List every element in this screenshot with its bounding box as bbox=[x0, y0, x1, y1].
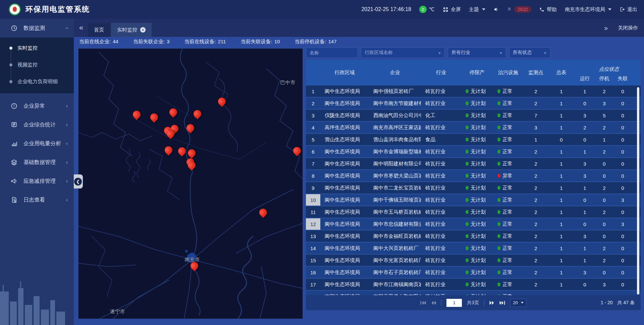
panel-collapse-button[interactable]: ❮ bbox=[74, 174, 83, 188]
table-row[interactable]: 10 阆中生态环境局 阆中千佛镇五郎垭页岩 砖瓦行业 无计划 正常 2 1 0 … bbox=[306, 194, 641, 206]
page-size-select[interactable]: 20 bbox=[510, 299, 526, 307]
table-row[interactable]: 11 阆中生态环境局 阆中市五马桥页岩机砖 砖瓦行业 无计划 正常 2 1 1 … bbox=[306, 206, 641, 218]
org-dropdown[interactable]: 南充市生态环境局 bbox=[565, 6, 611, 13]
fullscreen-button[interactable]: 全屏 bbox=[443, 6, 461, 13]
cell-run: 1 bbox=[574, 258, 595, 263]
table-row[interactable]: 12 阆中生态环境局 阆中市忠信建材有限公 砖瓦行业 无计划 正常 2 1 0 … bbox=[306, 218, 641, 230]
map-pin[interactable] bbox=[186, 148, 197, 159]
table-row[interactable]: 13 阆中生态环境局 阆中市金福旺页岩机砖 砖瓦行业 无计划 正常 2 1 3 … bbox=[306, 230, 641, 242]
sidebar-item-data-monitoring[interactable]: 数据监测 ‹ bbox=[0, 19, 74, 38]
name-filter[interactable] bbox=[306, 47, 358, 58]
app-header: 环保用电监管系统 2021-02-25 17:46:18 0 ℃ 全屏 主题 2… bbox=[0, 0, 644, 19]
cell-limit: 无计划 bbox=[471, 269, 486, 275]
cell-company: 阆中市江南镇阆南页岩 bbox=[369, 281, 421, 288]
pager-first-icon[interactable] bbox=[420, 301, 426, 305]
table-row[interactable]: 8 阆中生态环境局 阆中市枣碧大梁山页岩 砖瓦行业 无计划 异常 2 1 3 0… bbox=[306, 170, 641, 182]
col-meters: 总表 bbox=[548, 69, 574, 76]
table-row[interactable]: 16 阆中生态环境局 阆中市石子页岩机砖厂 砖瓦行业 无计划 正常 2 1 3 … bbox=[306, 267, 641, 279]
cell-stop: 2 bbox=[595, 89, 613, 94]
cell-region: 营山生态环境局 bbox=[320, 137, 369, 143]
theme-dropdown[interactable]: 主题 bbox=[469, 6, 485, 13]
row-number: 10 bbox=[310, 197, 316, 203]
industry-select[interactable]: 所有行业 ∨ bbox=[448, 47, 506, 58]
limit-status-dot bbox=[466, 258, 469, 262]
sidebar-item-power-analysis[interactable]: 企业用电量分析 ‹ bbox=[0, 134, 74, 153]
page-number-input[interactable]: 1 bbox=[446, 299, 462, 307]
limit-status-dot bbox=[466, 150, 469, 154]
sidebar-item-enterprise-statistics[interactable]: 企业综合统计 ‹ bbox=[0, 115, 74, 134]
table-row[interactable]: 17 阆中生态环境局 阆中市江南镇阆南页岩 砖瓦行业 无计划 正常 2 1 0 … bbox=[306, 279, 641, 291]
tab-home[interactable]: 首页 bbox=[88, 23, 110, 37]
cell-company: 阆中市忠信建材有限公 bbox=[369, 221, 421, 227]
sidebar-item-realtime-monitor[interactable]: 实时监控 bbox=[0, 40, 74, 56]
map-pin[interactable] bbox=[192, 108, 203, 119]
table-row[interactable]: 3 仪陇生态环境局 西南油气田分公司川中 化工 无计划 正常 7 1 3 5 0 bbox=[306, 110, 641, 122]
chevron-down-icon: ∨ bbox=[543, 51, 547, 55]
bullet-dot-icon bbox=[9, 63, 12, 66]
alert-icon bbox=[10, 103, 18, 109]
table-row[interactable]: 9 阆中生态环境局 阆中市二龙长宝页岩砖 砖瓦行业 无计划 正常 2 1 1 2… bbox=[306, 182, 641, 194]
log-icon bbox=[10, 197, 18, 203]
name-input[interactable] bbox=[310, 50, 354, 55]
cell-limit: 无计划 bbox=[471, 197, 486, 203]
table-row[interactable]: 18 南部生态环境局 南部县双佛土陶有限公 建材加工 无计划 正常 6 0 0 … bbox=[306, 291, 641, 295]
row-number: 9 bbox=[312, 185, 314, 191]
tab-realtime-monitor[interactable]: 实时监控 ✕ bbox=[111, 23, 152, 37]
sidebar-item-log-view[interactable]: 日志查看 ‹ bbox=[0, 191, 74, 209]
map-pin[interactable] bbox=[176, 146, 187, 157]
sidebar-item-basic-data[interactable]: 基础数据管理 ‹ bbox=[0, 153, 74, 172]
sidebar-item-video-monitor[interactable]: 视频监控 bbox=[0, 56, 74, 73]
map-pin[interactable] bbox=[149, 112, 160, 123]
table-row[interactable]: 5 营山生态环境局 营山县润丰肉食品有限 食品 无计划 正常 1 0 0 1 0 bbox=[306, 134, 641, 146]
close-operations-button[interactable]: 关闭操作 bbox=[618, 25, 638, 31]
map-pin[interactable] bbox=[291, 145, 303, 156]
table-scrollbar-thumb[interactable] bbox=[637, 87, 639, 294]
table-row[interactable]: 4 高坪生态环境局 南充市高坪区王家店建 砖瓦行业 无计划 正常 3 1 2 2… bbox=[306, 122, 641, 134]
alerts-button[interactable]: 2632 bbox=[507, 6, 531, 13]
collapse-left-icon: ❮ bbox=[74, 178, 82, 185]
cell-region: 阆中生态环境局 bbox=[320, 245, 369, 252]
cell-points: 2 bbox=[523, 258, 548, 263]
sidebar-item-enterprise-anomaly[interactable]: 企业异常 ‹ bbox=[0, 97, 74, 115]
announce-button[interactable] bbox=[493, 7, 499, 12]
tab-close-icon[interactable]: ✕ bbox=[140, 27, 146, 33]
map-canvas[interactable]: 巴中市南充市遂宁市 bbox=[78, 48, 303, 319]
tabs-scroll-right-icon[interactable]: » bbox=[604, 24, 608, 31]
cell-stop: 3 bbox=[595, 101, 613, 106]
region-select[interactable]: 行政区域名称 ∨ bbox=[361, 47, 445, 58]
map-pin[interactable] bbox=[131, 109, 142, 120]
cell-lost: 0 bbox=[613, 270, 632, 275]
pager-next-icon[interactable] bbox=[489, 301, 494, 305]
cell-meters: 1 bbox=[548, 221, 574, 227]
tabs-scroll-left-icon[interactable]: « bbox=[79, 24, 83, 32]
sidebar-item-power-load-detail[interactable]: 企业电力负荷明细 bbox=[0, 73, 74, 90]
facility-status-dot bbox=[497, 113, 500, 117]
table-row[interactable]: 7 阆中生态环境局 阆中明阳建材有限公司 砖瓦行业 无计划 正常 2 1 3 0… bbox=[306, 158, 641, 170]
row-number: 3 bbox=[312, 113, 314, 118]
cell-limit: 无计划 bbox=[471, 112, 486, 118]
table-row[interactable]: 6 阆中生态环境局 阆中市金博瑞新型墙材 砖瓦行业 无计划 正常 2 1 1 2… bbox=[306, 146, 641, 158]
table-body: 1 阆中生态环境局 阆中强锐页岩砖厂 砖瓦行业 无计划 正常 2 1 1 2 0… bbox=[306, 86, 641, 295]
map-pin[interactable] bbox=[168, 107, 179, 118]
enterprise-panel: 行政区域名称 ∨ 所有行业 ∨ 所有状态 ∨ 行政区域 企业 行业 停限产 治污… bbox=[306, 47, 641, 310]
sidebar-item-label: 企业综合统计 bbox=[23, 121, 56, 128]
sidebar-item-emergency-reduction[interactable]: 应急减排管理 ‹ bbox=[0, 172, 74, 191]
map-pin[interactable] bbox=[163, 145, 174, 156]
map-pin[interactable] bbox=[185, 122, 196, 133]
pager-last-icon[interactable] bbox=[499, 301, 505, 305]
table-row[interactable]: 1 阆中生态环境局 阆中强锐页岩砖厂 砖瓦行业 无计划 正常 2 1 1 2 0 bbox=[306, 86, 641, 98]
status-select[interactable]: 所有状态 ∨ bbox=[509, 47, 550, 58]
help-button[interactable]: 帮助 bbox=[539, 6, 557, 13]
cell-run: 3 bbox=[574, 233, 595, 239]
cell-meters: 1 bbox=[548, 125, 574, 130]
table-row[interactable]: 15 阆中生态环境局 阆中市光富页岩机砖厂 砖瓦行业 无计划 正常 2 1 1 … bbox=[306, 255, 641, 267]
map-pin[interactable] bbox=[258, 207, 269, 218]
cell-company: 营山县润丰肉食品有限 bbox=[369, 137, 421, 143]
table-row[interactable]: 2 阆中生态环境局 阆中市南方节能建材有 砖瓦行业 无计划 正常 2 1 0 3… bbox=[306, 98, 641, 110]
facility-status-dot bbox=[497, 150, 500, 154]
map-pin[interactable] bbox=[216, 96, 227, 107]
table-row[interactable]: 14 阆中生态环境局 阆中大兴页岩机砖厂 砖瓦行业 无计划 正常 2 1 1 2… bbox=[306, 242, 641, 255]
logout-button[interactable]: 退出 bbox=[620, 6, 637, 13]
cell-lost: 0 bbox=[613, 113, 632, 118]
pager-prev-icon[interactable] bbox=[431, 301, 436, 305]
